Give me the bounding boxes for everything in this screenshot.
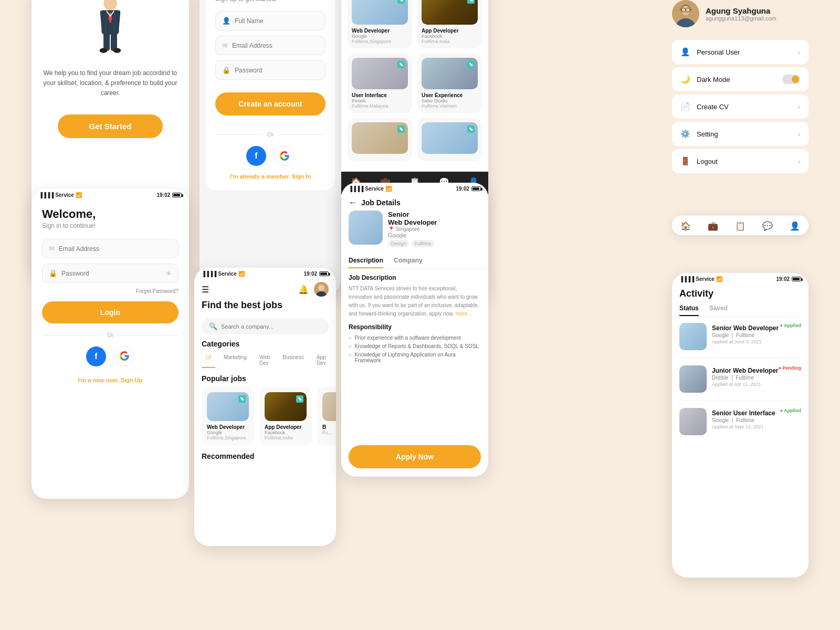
- pnav-user[interactable]: 👤: [790, 221, 800, 231]
- pnav-chat[interactable]: 💬: [762, 221, 773, 231]
- reg-pw-field[interactable]: 🔒: [215, 60, 326, 80]
- apply-now-button[interactable]: Apply Now: [349, 445, 481, 468]
- pnav-home[interactable]: 🏠: [680, 221, 691, 231]
- dark-mode-toggle[interactable]: [782, 75, 800, 84]
- cat-tab-business[interactable]: Business: [278, 352, 308, 368]
- activity-tabs: Status Saved: [679, 304, 801, 317]
- eye-icon[interactable]: 👁: [166, 270, 172, 277]
- search-bar[interactable]: 🔍: [202, 318, 329, 334]
- chevron-logout: ›: [798, 158, 800, 165]
- job-card-webdev-b[interactable]: Web Developer Google Fulltime,Singapore: [348, 0, 412, 48]
- svg-point-6: [100, 48, 108, 53]
- google-register-button[interactable]: [275, 146, 295, 166]
- job-company-ui-b: Pexels: [352, 98, 408, 103]
- category-tabs: UI Marketing Web Dev Business App Dev Se: [194, 352, 336, 368]
- wifi-icon-d: 📶: [385, 186, 392, 192]
- phone-activity: ▐▐▐▐ Service 📶 19:02 Activity Status Sav…: [672, 273, 808, 578]
- chevron-cv: ›: [798, 103, 800, 111]
- onboard-tagline: We help you to find your dream job accor…: [42, 68, 178, 99]
- menu-logout[interactable]: 🚪 Logout ›: [672, 149, 808, 173]
- activity-img-3: [679, 408, 707, 435]
- more-link[interactable]: more...: [455, 311, 471, 317]
- password-input[interactable]: [61, 270, 162, 277]
- search-input[interactable]: [221, 323, 321, 330]
- fullname-field[interactable]: 👤: [215, 11, 326, 30]
- create-account-button[interactable]: Create an account: [215, 92, 326, 116]
- job-meta-wd-b: Fulltime,Singapore: [352, 39, 408, 44]
- cat-tab-webdev[interactable]: Web Dev: [255, 352, 274, 368]
- job-card-r3a[interactable]: [348, 118, 412, 161]
- activity-item-3[interactable]: Senior User Interface ● Applied Google |…: [679, 408, 801, 443]
- reg-email-input[interactable]: [232, 42, 319, 49]
- back-arrow[interactable]: ←: [349, 198, 357, 207]
- email-field[interactable]: ✉: [42, 239, 178, 258]
- forget-password-link[interactable]: Forget Password?: [42, 288, 178, 294]
- desc-title: Job Description: [349, 274, 481, 281]
- reg-email-field[interactable]: ✉: [215, 36, 326, 55]
- activity-job-3: Senior User Interface: [712, 410, 775, 417]
- password-field[interactable]: 🔒 👁: [42, 264, 178, 283]
- job-card-r3b[interactable]: [417, 118, 482, 161]
- job-card-ux-b[interactable]: User Experience Sebo Studio Fulltime,Vie…: [417, 54, 482, 113]
- get-started-button[interactable]: Get Started: [58, 114, 163, 138]
- google-login-button[interactable]: [114, 346, 134, 366]
- service-label: Service: [55, 192, 74, 198]
- login-sub: Sign in to continue!: [42, 222, 178, 229]
- find-title: Find the best jobs: [202, 300, 329, 311]
- tab-description[interactable]: Description: [349, 257, 383, 268]
- sign-in-link[interactable]: Sign In: [291, 173, 311, 180]
- activity-item-2[interactable]: Junior Web Developer ● Pending Dribble |…: [679, 365, 801, 401]
- cat-tab-se[interactable]: Se: [334, 352, 336, 368]
- user-avatar-small[interactable]: [314, 282, 329, 297]
- email-icon: ✉: [49, 245, 55, 253]
- facebook-login-button[interactable]: f: [86, 346, 106, 366]
- menu-personal-user[interactable]: 👤 Personal User ›: [672, 40, 808, 64]
- avatar: [672, 0, 699, 27]
- reg-pw-input[interactable]: [235, 67, 319, 74]
- job-card-webdev[interactable]: Web Developer Google Fulltime,Singapore: [202, 387, 254, 446]
- pnav-briefcase[interactable]: 💼: [708, 221, 718, 231]
- bookmark-webdev-b: [397, 0, 405, 4]
- job-card-appdev[interactable]: App Developer Facebook Fulltime,India: [259, 387, 312, 446]
- hamburger-icon[interactable]: ☰: [202, 285, 209, 295]
- tab-saved[interactable]: Saved: [709, 304, 728, 316]
- pnav-clipboard[interactable]: 📋: [735, 221, 746, 231]
- resp-list: Prior experience with a software develop…: [349, 335, 481, 363]
- login-button[interactable]: Login: [42, 301, 178, 323]
- profile-menu: 👤 Personal User › 🌙 Dark Mode 📄 Create C…: [672, 40, 808, 176]
- job-title-ad-b: App Developer: [422, 28, 478, 34]
- user-icon: 👤: [222, 17, 230, 25]
- svg-point-7: [113, 48, 121, 53]
- tab-status[interactable]: Status: [679, 304, 699, 316]
- email-input[interactable]: [59, 245, 172, 253]
- bookmark-appdev-b: [467, 0, 475, 4]
- new-user-text: I'm a new user. Sign Up: [42, 377, 178, 383]
- fullname-input[interactable]: [235, 17, 319, 25]
- fb-icon-r: f: [255, 151, 257, 161]
- resp-title: Responsibility: [349, 323, 481, 331]
- menu-dark-left: 🌙 Dark Mode: [680, 75, 730, 84]
- cat-tab-appdev[interactable]: App Dev: [312, 352, 330, 368]
- svg-point-0: [103, 0, 117, 10]
- menu-dark-mode[interactable]: 🌙 Dark Mode: [672, 67, 808, 91]
- cat-tab-marketing[interactable]: Marketing: [219, 352, 251, 368]
- job-card-extra[interactable]: B Fu...: [317, 387, 336, 446]
- sign-up-link[interactable]: Sign Up: [121, 377, 143, 383]
- job-meta-ux-b: Fulltime,Vietnam: [422, 103, 478, 109]
- menu-personal-left: 👤 Personal User: [680, 47, 740, 57]
- job-card-appdev-b[interactable]: App Developer Facebook Fulltime,India: [417, 0, 482, 48]
- detail-job-name: SeniorWeb Developer: [388, 211, 437, 226]
- menu-dark-label: Dark Mode: [697, 76, 730, 83]
- service-label-a: Service: [696, 276, 715, 282]
- fb-register-button[interactable]: f: [246, 146, 266, 166]
- menu-setting[interactable]: ⚙️ Setting ›: [672, 122, 808, 146]
- menu-create-cv[interactable]: 📄 Create CV ›: [672, 94, 808, 119]
- logout-icon: 🚪: [680, 156, 690, 166]
- activity-item-1[interactable]: Senior Web Developer ● Applied Google | …: [679, 323, 801, 358]
- tab-company[interactable]: Company: [394, 257, 423, 268]
- cat-tab-ui[interactable]: UI: [202, 352, 215, 368]
- bell-icon[interactable]: 🔔: [298, 285, 309, 295]
- battery-icon: [172, 193, 182, 197]
- activity-body: Activity Status Saved Senior Web Develop…: [672, 283, 808, 455]
- job-card-ui-b[interactable]: User Interface Pexels Fulltime,Malaysia: [348, 54, 412, 113]
